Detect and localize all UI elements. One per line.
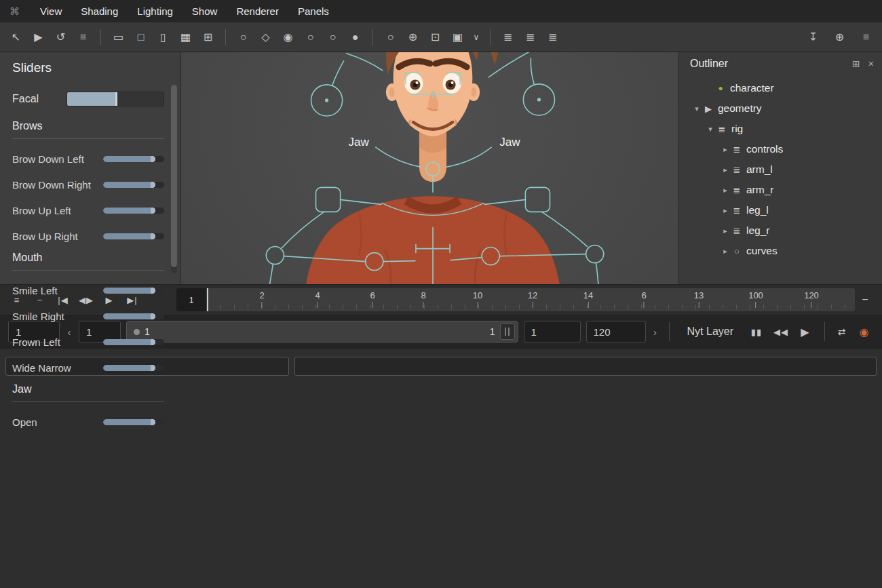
scrollbar-thumb[interactable] — [171, 85, 177, 267]
circle-icon[interactable]: ○ — [322, 27, 343, 47]
slider-label: Frown Left — [12, 336, 103, 348]
range-slider[interactable]: 1 1 — [126, 321, 518, 342]
brow-up-right-slider[interactable] — [103, 233, 164, 239]
circle-icon[interactable]: ○ — [300, 27, 321, 47]
select-tool-icon[interactable]: ↖ — [5, 27, 26, 47]
outliner-item-geometry[interactable]: ▾ ▶ geometry — [687, 98, 874, 119]
facial-slider[interactable] — [66, 92, 164, 106]
loop-icon[interactable]: ⇄ — [835, 326, 849, 337]
smile-left-slider[interactable] — [103, 288, 164, 294]
frame-tick: 14 — [583, 290, 593, 308]
menu-lighting[interactable]: Lighting — [128, 0, 183, 22]
panel-scrollbar[interactable] — [171, 85, 177, 273]
frame-tick: 6 — [370, 290, 375, 308]
monitor-icon[interactable]: □ — [130, 27, 151, 47]
spin-right-icon[interactable]: › — [651, 326, 659, 338]
outliner-item-label: curves — [746, 245, 778, 257]
device-icon[interactable]: ▯ — [153, 27, 174, 47]
panel-icon[interactable]: ▣ — [447, 27, 468, 47]
outliner-item-leg-r[interactable]: ▸ ≣ leg_r — [687, 220, 874, 241]
fisheye-icon[interactable]: ◉ — [277, 27, 299, 47]
chevron-down-icon[interactable]: ∨ — [469, 27, 483, 47]
target-icon[interactable]: ⊕ — [829, 27, 850, 47]
undo-icon[interactable]: ↺ — [50, 27, 71, 47]
slider-row: Brow Down Left — [12, 146, 164, 172]
wide-narrow-slider[interactable] — [103, 365, 164, 371]
circle-tool-icon[interactable]: ○ — [233, 27, 254, 47]
lattice-icon[interactable]: ◇ — [255, 27, 276, 47]
expand-arrow[interactable]: ▸ — [720, 227, 731, 235]
viewport-3d[interactable]: Brow Eye Jaw Jaw — [181, 52, 678, 284]
slider-label: Brow Up Left — [12, 205, 103, 216]
frown-left-slider[interactable] — [103, 339, 164, 345]
section-header-jaw: Jaw — [12, 383, 164, 402]
layer-label: Nyt Layer — [687, 326, 733, 338]
frame-tick: 12 — [528, 290, 537, 308]
outliner-item-arm-r[interactable]: ▸ ≣ arm_r — [687, 180, 874, 200]
expand-arrow[interactable]: ▸ — [720, 165, 731, 174]
menu-panels[interactable]: Panels — [288, 0, 339, 22]
expand-arrow[interactable]: ▸ — [720, 206, 731, 215]
menu-show[interactable]: Show — [183, 0, 227, 22]
filled-circle-icon[interactable]: ● — [345, 27, 366, 47]
frame-tick: 120 — [804, 290, 819, 308]
row-layout-icon[interactable]: ≣ — [542, 27, 563, 47]
separator — [669, 322, 670, 341]
large-circle-icon[interactable]: ○ — [380, 27, 401, 47]
slider-label: Wide Narrow — [12, 362, 103, 374]
expand-arrow[interactable]: ▾ — [705, 125, 716, 134]
rewind-icon[interactable]: ◀◀ — [771, 327, 790, 337]
grid-icon[interactable]: ▦ — [175, 27, 196, 47]
layout-grid-icon[interactable]: ⊞ — [197, 27, 218, 47]
expand-arrow[interactable]: ▾ — [691, 104, 702, 113]
brow-up-left-slider[interactable] — [103, 208, 164, 214]
auto-key-icon[interactable]: ◉ — [855, 326, 874, 338]
range-grip[interactable] — [500, 324, 515, 340]
outliner-item-leg-l[interactable]: ▸ ≣ leg_l — [687, 200, 874, 220]
snap-icon[interactable]: ⊡ — [425, 27, 446, 47]
play-icon[interactable]: ▶ — [796, 326, 815, 338]
frame-tick: 2 — [259, 290, 264, 308]
play-icon[interactable]: ▶ — [28, 27, 49, 47]
export-icon[interactable]: ↧ — [803, 27, 824, 47]
folder-icon[interactable]: ▭ — [108, 27, 129, 47]
close-icon[interactable]: × — [868, 58, 874, 69]
menu-renderer[interactable]: Renderer — [227, 0, 288, 22]
row-layout-icon[interactable]: ≣ — [497, 27, 518, 47]
clips-icon[interactable]: ▮▮ — [747, 327, 766, 337]
menubar: ⌘ View Shading Lighting Show Renderer Pa… — [0, 0, 882, 22]
playhead[interactable]: 1 — [176, 288, 206, 311]
outliner-item-character[interactable]: ● character — [687, 78, 874, 98]
expand-arrow[interactable]: ▸ — [720, 145, 731, 154]
menu-view[interactable]: View — [31, 0, 71, 22]
group-icon: ≣ — [731, 226, 743, 236]
anim-end-field[interactable]: 120 — [586, 321, 646, 342]
smile-right-slider[interactable] — [103, 313, 164, 319]
circle-plus-icon[interactable]: ⊕ — [402, 27, 423, 47]
brow-down-right-slider[interactable] — [103, 182, 164, 188]
outliner-item-rig[interactable]: ▾ ≣ rig — [687, 119, 874, 139]
outliner-item-controls[interactable]: ▸ ≣ controls — [687, 139, 874, 159]
menu-shading[interactable]: Shading — [71, 0, 128, 22]
jaw-open-slider[interactable] — [103, 419, 164, 425]
brow-down-left-slider[interactable] — [103, 156, 164, 162]
anim-start-field[interactable]: 1 — [524, 321, 581, 342]
outliner-item-arm-l[interactable]: ▸ ≣ arm_l — [687, 159, 874, 180]
expand-arrow[interactable]: ▸ — [720, 247, 731, 256]
result-output[interactable] — [294, 357, 877, 376]
slider-label: Smile Right — [12, 311, 103, 322]
outliner-item-label: character — [730, 82, 774, 94]
separator — [824, 322, 825, 341]
panel-grid-icon[interactable]: ⊞ — [852, 58, 860, 69]
range-handle[interactable]: 1 — [483, 321, 518, 342]
hamburger-icon[interactable]: ≡ — [856, 27, 877, 47]
expand-arrow[interactable]: ▸ — [720, 186, 731, 195]
slider-label: Brow Up Right — [12, 231, 103, 242]
collapse-icon[interactable]: − — [855, 294, 875, 306]
outliner-item-curves[interactable]: ▸ ○ curves — [687, 241, 874, 261]
menu-icon[interactable]: ≡ — [73, 27, 94, 47]
row-layout-icon[interactable]: ≣ — [520, 27, 541, 47]
timeline-ruler[interactable]: 1 2 4 6 8 10 12 14 6 13 100 120 — [176, 288, 855, 311]
slider-row: Brow Up Left — [12, 197, 164, 223]
playhead-line — [207, 288, 208, 311]
